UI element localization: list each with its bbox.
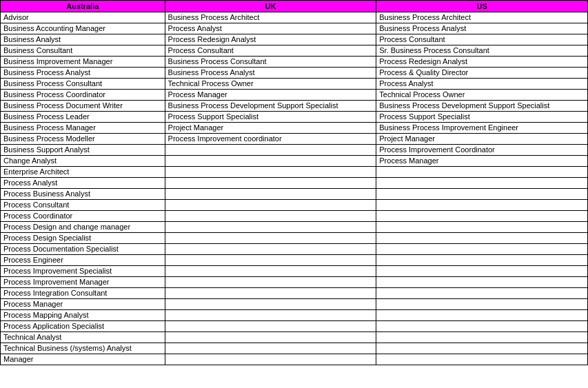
cell-us-9: Process Support Specialist — [376, 112, 588, 123]
cell-uk-4: Business Process Consultant — [165, 57, 376, 68]
cell-us-26 — [376, 299, 588, 310]
cell-au-30: Technical Business (/systems) Analyst — [1, 343, 165, 354]
cell-au-12: Business Support Analyst — [1, 145, 165, 156]
cell-us-11: Project Manager — [376, 134, 588, 145]
cell-au-26: Process Manager — [1, 299, 165, 310]
cell-uk-22 — [165, 255, 376, 266]
cell-au-27: Process Mapping Analyst — [1, 310, 165, 321]
table-row: Process Business Analyst — [1, 189, 588, 200]
table-row: Business Accounting ManagerProcess Analy… — [1, 23, 588, 34]
cell-uk-11: Process Improvement coordinator — [165, 134, 376, 145]
table-row: Technical Business (/systems) Analyst — [1, 343, 588, 354]
cell-au-11: Business Process Modeller — [1, 134, 165, 145]
table-row: Process Improvement Manager — [1, 277, 588, 288]
cell-uk-0: Business Process Architect — [165, 12, 376, 23]
table-row: Business ConsultantProcess ConsultantSr.… — [1, 45, 588, 57]
cell-us-28 — [376, 321, 588, 332]
cell-uk-12 — [165, 145, 376, 156]
table-row: Business Process Document WriterBusiness… — [1, 101, 588, 112]
cell-uk-6: Technical Process Owner — [165, 79, 376, 90]
table-row: Business AnalystProcess Redesign Analyst… — [1, 34, 588, 45]
cell-au-23: Process Improvement Specialist — [1, 266, 165, 277]
cell-us-7: Technical Process Owner — [376, 90, 588, 101]
cell-uk-10: Project Manager — [165, 123, 376, 134]
cell-uk-27 — [165, 310, 376, 321]
cell-au-10: Business Process Manager — [1, 123, 165, 134]
cell-au-25: Process Integration Consultant — [1, 288, 165, 299]
cell-au-2: Business Analyst — [1, 34, 165, 45]
header-us: US — [376, 1, 588, 12]
table-row: Process Design Specialist — [1, 233, 588, 244]
cell-au-9: Business Process Leader — [1, 112, 165, 123]
cell-us-8: Business Process Development Support Spe… — [376, 101, 588, 112]
cell-us-14 — [376, 167, 588, 178]
table-row: AdvisorBusiness Process ArchitectBusines… — [1, 12, 588, 23]
cell-us-1: Business Process Analyst — [376, 23, 588, 34]
cell-uk-25 — [165, 288, 376, 299]
cell-au-1: Business Accounting Manager — [1, 23, 165, 34]
cell-us-16 — [376, 189, 588, 200]
table-row: Process Design and change manager — [1, 222, 588, 233]
table-row: Manager — [1, 354, 588, 365]
table-row: Process Mapping Analyst — [1, 310, 588, 321]
table-row: Business Process ManagerProject ManagerB… — [1, 123, 588, 134]
cell-us-18 — [376, 211, 588, 222]
cell-uk-26 — [165, 299, 376, 310]
cell-uk-18 — [165, 211, 376, 222]
cell-uk-30 — [165, 343, 376, 354]
cell-uk-1: Process Analyst — [165, 23, 376, 34]
cell-us-15 — [376, 178, 588, 189]
table-row: Change AnalystProcess Manager — [1, 156, 588, 167]
cell-au-7: Business Process Coordinator — [1, 90, 165, 101]
cell-au-24: Process Improvement Manager — [1, 277, 165, 288]
cell-us-12: Process Improvement Coordinator — [376, 145, 588, 156]
cell-uk-28 — [165, 321, 376, 332]
cell-au-17: Process Consultant — [1, 200, 165, 211]
cell-uk-8: Business Process Development Support Spe… — [165, 101, 376, 112]
cell-us-6: Process Analyst — [376, 79, 588, 90]
cell-au-15: Process Analyst — [1, 178, 165, 189]
cell-uk-3: Process Consultant — [165, 45, 376, 57]
cell-uk-5: Business Process Analyst — [165, 68, 376, 79]
cell-uk-13 — [165, 156, 376, 167]
table-row: Technical Analyst — [1, 332, 588, 343]
table-row: Business Improvement ManagerBusiness Pro… — [1, 57, 588, 68]
table-row: Business Process CoordinatorProcess Mana… — [1, 90, 588, 101]
cell-us-25 — [376, 288, 588, 299]
cell-uk-19 — [165, 222, 376, 233]
table-row: Process Coordinator — [1, 211, 588, 222]
cell-au-6: Business Process Consultant — [1, 79, 165, 90]
cell-uk-24 — [165, 277, 376, 288]
table-row: Process Analyst — [1, 178, 588, 189]
cell-us-29 — [376, 332, 588, 343]
cell-uk-2: Process Redesign Analyst — [165, 34, 376, 45]
cell-uk-14 — [165, 167, 376, 178]
cell-au-21: Process Documentation Specialist — [1, 244, 165, 255]
cell-us-21 — [376, 244, 588, 255]
cell-uk-9: Process Support Specialist — [165, 112, 376, 123]
table-row: Process Improvement Specialist — [1, 266, 588, 277]
cell-uk-16 — [165, 189, 376, 200]
header-australia: Australia — [1, 1, 165, 12]
table-row: Business Support AnalystProcess Improvem… — [1, 145, 588, 156]
cell-us-3: Sr. Business Process Consultant — [376, 45, 588, 57]
cell-uk-31 — [165, 354, 376, 365]
cell-au-14: Enterprise Architect — [1, 167, 165, 178]
cell-au-3: Business Consultant — [1, 45, 165, 57]
table-row: Process Documentation Specialist — [1, 244, 588, 255]
cell-uk-20 — [165, 233, 376, 244]
table-row: Process Engineer — [1, 255, 588, 266]
cell-us-27 — [376, 310, 588, 321]
cell-au-31: Manager — [1, 354, 165, 365]
cell-uk-17 — [165, 200, 376, 211]
cell-us-13: Process Manager — [376, 156, 588, 167]
table-row: Process Integration Consultant — [1, 288, 588, 299]
cell-uk-23 — [165, 266, 376, 277]
cell-au-5: Business Process Analyst — [1, 68, 165, 79]
cell-us-30 — [376, 343, 588, 354]
table-row: Business Process AnalystBusiness Process… — [1, 68, 588, 79]
cell-au-29: Technical Analyst — [1, 332, 165, 343]
job-titles-table: Australia UK US AdvisorBusiness Process … — [0, 0, 588, 365]
cell-us-0: Business Process Architect — [376, 12, 588, 23]
cell-us-10: Business Process Improvement Engineer — [376, 123, 588, 134]
